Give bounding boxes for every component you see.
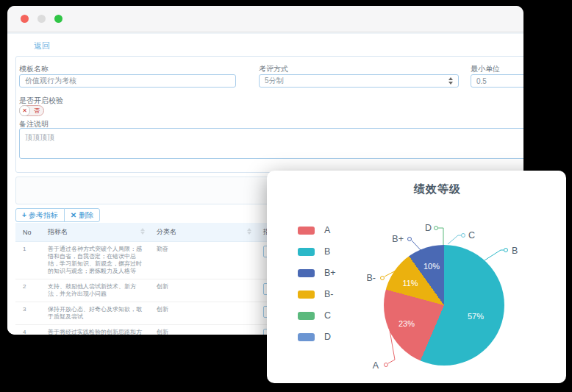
chart-legend: ABB+B-CD — [298, 225, 336, 342]
close-window-button[interactable] — [21, 15, 29, 23]
legend-label: D — [324, 332, 331, 342]
cell-indicator-name: 善于将经过实践检验的创新思路和方法文字化、制度化，纳入日常工作流程 — [40, 325, 149, 335]
col-header-category: 分类名 — [149, 223, 256, 242]
legend-swatch — [298, 312, 315, 320]
legend-swatch — [298, 269, 315, 277]
rating-method-label: 考评方式 — [259, 64, 288, 74]
legend-item[interactable]: A — [298, 225, 336, 235]
add-indicator-button[interactable]: + 参考指标 — [15, 208, 65, 222]
cell-no: 1 — [15, 242, 40, 279]
template-name-label: 模板名称 — [19, 64, 49, 74]
legend-label: B+ — [324, 268, 336, 278]
cell-no: 3 — [15, 302, 40, 325]
cell-no: 4 — [15, 325, 40, 335]
legend-label: A — [324, 225, 330, 235]
legend-swatch — [298, 227, 315, 235]
svg-text:B: B — [512, 246, 518, 256]
cell-category: 勤奋 — [149, 242, 256, 279]
col-header-no: No — [15, 223, 40, 242]
pie-percent-label: 57% — [468, 312, 484, 321]
delete-x-icon: ✕ — [71, 211, 76, 219]
toggle-x-icon: ✕ — [19, 105, 30, 116]
legend-item[interactable]: B+ — [298, 268, 336, 278]
cell-category: 创新 — [149, 325, 256, 335]
legend-item[interactable]: B — [298, 246, 336, 257]
cell-category: 创新 — [149, 302, 256, 325]
chart-title: 绩效等级 — [393, 182, 482, 196]
stage: 返回 模板名称 价值观行为考核 考评方式 5分制 最小单位 0.5 是否开启校验… — [0, 0, 572, 392]
min-unit-input[interactable]: 0.5 — [471, 74, 523, 88]
pie-percent-label: 10% — [423, 262, 440, 271]
delete-button[interactable]: ✕ 删除 — [64, 208, 100, 222]
cell-category: 创新 — [149, 279, 256, 302]
svg-text:B+: B+ — [392, 234, 404, 244]
legend-swatch — [298, 291, 315, 299]
cell-no: 2 — [15, 279, 40, 302]
template-form-panel: 模板名称 价值观行为考核 考评方式 5分制 最小单位 0.5 是否开启校验 ✕ … — [15, 56, 523, 173]
window-titlebar — [7, 6, 523, 32]
legend-item[interactable]: B- — [298, 289, 336, 299]
svg-text:D: D — [425, 223, 432, 233]
rating-method-value: 5分制 — [265, 76, 284, 86]
legend-label: B — [324, 246, 330, 257]
zoom-window-button[interactable] — [54, 15, 62, 23]
cell-indicator-name: 保持开放心态、好奇心及求知欲，敢于质疑及尝试 — [40, 302, 149, 325]
legend-label: C — [324, 310, 331, 321]
rating-method-select[interactable]: 5分制 — [259, 74, 459, 88]
cell-indicator-name: 支持、鼓励他人尝试新技术、新方法，并允许出现小问题 — [40, 279, 149, 302]
svg-text:C: C — [468, 230, 475, 240]
enable-validation-label: 是否开启校验 — [19, 96, 63, 106]
svg-text:B-: B- — [367, 273, 376, 283]
min-unit-label: 最小单位 — [471, 64, 500, 74]
back-link[interactable]: 返回 — [34, 40, 50, 51]
select-arrows-icon — [448, 77, 453, 85]
plus-icon: + — [22, 211, 26, 219]
legend-item[interactable]: D — [298, 332, 336, 342]
validation-toggle[interactable]: ✕ 否 — [19, 105, 44, 116]
legend-swatch — [298, 333, 315, 341]
remark-textarea[interactable]: 顶顶顶顶 — [19, 128, 523, 159]
cell-indicator-name: 善于通过各种方式突破个人局限：感悟和自省，自我否定；在错误中总结，学习新知识、新… — [40, 242, 149, 279]
legend-item[interactable]: C — [298, 310, 336, 321]
pie-percent-label: 11% — [402, 279, 418, 288]
minimize-window-button[interactable] — [37, 15, 46, 23]
sort-icon[interactable] — [247, 228, 251, 235]
legend-swatch — [298, 248, 315, 256]
pie-chart[interactable] — [384, 245, 504, 366]
sort-icon[interactable] — [140, 228, 145, 235]
pie-percent-label: 23% — [398, 319, 415, 328]
legend-label: B- — [324, 289, 334, 299]
table-toolbar: + 参考指标 ✕ 删除 — [15, 208, 100, 222]
performance-chart-card: 绩效等级 ABB+B-CD DCBB+B-A 57%23%11%10% — [267, 171, 566, 383]
template-name-input[interactable]: 价值观行为考核 — [19, 74, 236, 88]
toggle-state-label: 否 — [30, 107, 43, 115]
svg-text:A: A — [373, 360, 379, 371]
col-header-indicator-name: 指标名 — [40, 223, 149, 242]
